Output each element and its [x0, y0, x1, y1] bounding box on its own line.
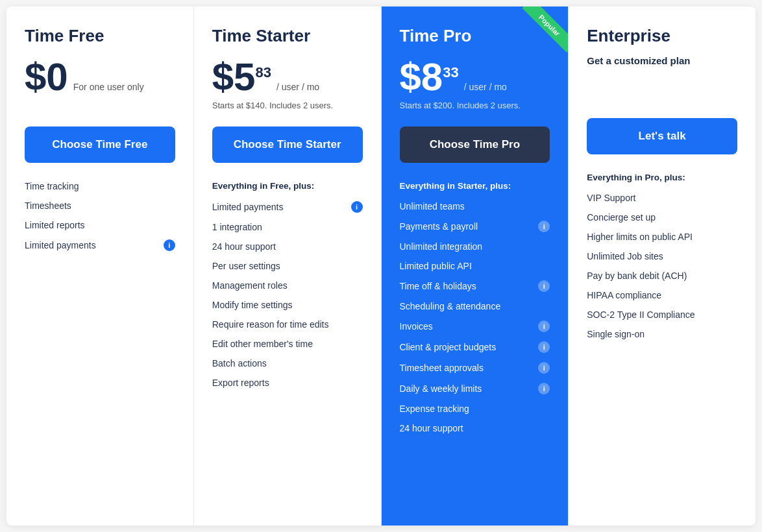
list-item: Client & project budgets i [400, 341, 550, 353]
list-item: Modify time settings [212, 300, 363, 310]
plan-free-price-label: For one user only [73, 81, 144, 93]
list-item: Daily & weekly limits i [400, 383, 550, 394]
plan-pro-price-main: $8 [400, 58, 443, 97]
plan-pro: Popular Time Pro $8 33 / user / mo Start… [382, 6, 569, 526]
list-item: Limited reports [25, 220, 175, 230]
list-item: Payments & payroll i [400, 221, 550, 232]
list-item: 1 integration [212, 222, 363, 232]
feature-text: SOC-2 Type II Compliance [587, 309, 694, 320]
list-item: Time tracking [25, 181, 175, 191]
plan-starter-section-header: Everything in Free, plus: [212, 181, 363, 191]
plan-enterprise-features: VIP Support Concierge set up Higher limi… [587, 193, 737, 339]
info-icon[interactable]: i [538, 383, 550, 394]
choose-pro-button[interactable]: Choose Time Pro [400, 127, 550, 163]
list-item: Limited payments i [212, 201, 363, 213]
feature-text: Pay by bank debit (ACH) [587, 271, 687, 281]
list-item: Edit other member's time [212, 339, 363, 349]
list-item: SOC-2 Type II Compliance [587, 309, 737, 320]
feature-text: Limited payments [212, 202, 284, 212]
plan-enterprise-name: Enterprise [587, 26, 737, 46]
list-item: Unlimited integration [400, 241, 550, 252]
popular-badge: Popular [516, 6, 568, 58]
plan-enterprise-subtitle: Get a customized plan [587, 55, 737, 66]
list-item: Invoices i [400, 320, 550, 332]
info-icon[interactable]: i [538, 280, 550, 292]
feature-text: VIP Support [587, 193, 635, 203]
list-item: Expense tracking [400, 404, 550, 414]
list-item: Limited public API [400, 261, 550, 271]
list-item: Pay by bank debit (ACH) [587, 271, 737, 281]
feature-text: Concierge set up [587, 212, 656, 223]
plan-free-name: Time Free [25, 26, 175, 46]
feature-text: HIPAA compliance [587, 290, 661, 300]
info-icon[interactable]: i [164, 239, 175, 251]
info-icon[interactable]: i [538, 320, 550, 332]
feature-text: Limited payments [25, 240, 96, 250]
feature-text: Scheduling & attendance [400, 301, 501, 311]
plan-free-price-main: $0 [25, 58, 68, 97]
feature-text: Payments & payroll [400, 221, 478, 232]
feature-text: Modify time settings [212, 300, 293, 310]
plan-pro-price-note: Starts at $200. Includes 2 users. [400, 101, 550, 112]
pricing-container: Time Free $0 For one user only Choose Ti… [6, 6, 756, 526]
feature-text: Unlimited teams [400, 201, 465, 212]
plan-free-price-row: $0 For one user only [25, 58, 175, 97]
plan-starter-price-label: / user / mo [277, 81, 319, 93]
feature-text: Per user settings [212, 261, 280, 271]
feature-text: Single sign-on [587, 329, 645, 339]
info-icon[interactable]: i [538, 221, 550, 232]
feature-text: Require reason for time edits [212, 319, 329, 330]
feature-text: Unlimited Job sites [587, 251, 663, 261]
feature-text: 24 hour support [212, 241, 276, 252]
list-item: Concierge set up [587, 212, 737, 223]
plan-starter-price-sup: 83 [256, 64, 271, 81]
list-item: Scheduling & attendance [400, 301, 550, 311]
feature-text: Higher limits on public API [587, 232, 693, 242]
plan-free: Time Free $0 For one user only Choose Ti… [6, 6, 194, 526]
feature-text: 24 hour support [400, 423, 463, 433]
feature-text: 1 integration [212, 222, 262, 232]
plan-starter-price-main: $5 [212, 58, 256, 97]
plan-pro-section-header: Everything in Starter, plus: [400, 181, 550, 191]
feature-text: Timesheet approvals [400, 363, 484, 373]
list-item: 24 hour support [400, 423, 550, 433]
list-item: Single sign-on [587, 329, 737, 339]
plan-free-price-note [25, 101, 175, 112]
feature-text: Invoices [400, 321, 433, 332]
feature-text: Time tracking [25, 181, 79, 191]
list-item: Unlimited teams [400, 201, 550, 212]
plan-starter: Time Starter $5 83 / user / mo Starts at… [194, 6, 382, 526]
plan-starter-price-row: $5 83 / user / mo [212, 58, 363, 97]
plan-starter-name: Time Starter [212, 26, 363, 46]
feature-text: Unlimited integration [400, 241, 483, 252]
feature-text: Edit other member's time [212, 339, 313, 349]
list-item: Timesheet approvals i [400, 362, 550, 374]
plan-starter-features: Limited payments i 1 integration 24 hour… [212, 201, 363, 388]
list-item: Higher limits on public API [587, 232, 737, 242]
popular-badge-text: Popular [522, 6, 569, 53]
list-item: Unlimited Job sites [587, 251, 737, 261]
list-item: HIPAA compliance [587, 290, 737, 300]
feature-text: Limited reports [25, 220, 85, 230]
list-item: Timesheets [25, 200, 175, 211]
list-item: Management roles [212, 280, 363, 291]
list-item: Batch actions [212, 358, 363, 369]
plan-pro-price-row: $8 33 / user / mo [400, 58, 550, 97]
feature-text: Timesheets [25, 200, 71, 211]
feature-text: Management roles [212, 280, 288, 291]
feature-text: Time off & holidays [400, 281, 476, 291]
info-icon[interactable]: i [351, 201, 363, 213]
feature-text: Limited public API [400, 261, 472, 271]
info-icon[interactable]: i [538, 362, 550, 374]
feature-text: Batch actions [212, 358, 267, 369]
list-item: 24 hour support [212, 241, 363, 252]
info-icon[interactable]: i [538, 341, 550, 353]
plan-enterprise: Enterprise Get a customized plan Let's t… [569, 6, 756, 526]
feature-text: Client & project budgets [400, 342, 497, 352]
list-item: Per user settings [212, 261, 363, 271]
choose-free-button[interactable]: Choose Time Free [25, 127, 175, 163]
lets-talk-button[interactable]: Let's talk [587, 118, 737, 154]
plan-pro-features: Unlimited teams Payments & payroll i Unl… [400, 201, 550, 433]
plan-pro-price-label: / user / mo [464, 81, 507, 93]
choose-starter-button[interactable]: Choose Time Starter [212, 127, 363, 163]
